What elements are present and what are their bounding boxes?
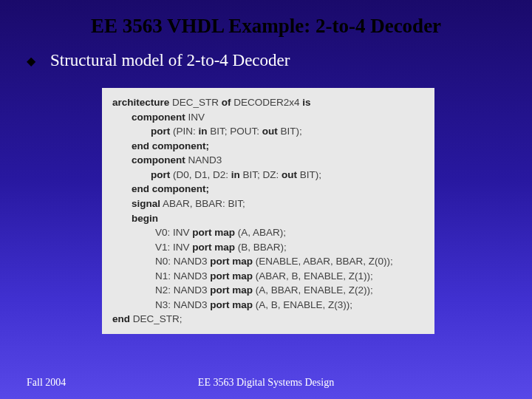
diamond-bullet-icon: ◆: [27, 54, 35, 68]
bullet-row: ◆ Structural model of 2-to-4 Decoder: [0, 51, 532, 70]
code-line: end DEC_STR;: [112, 312, 424, 327]
code-line: N2: NAND3 port map (A, BBAR, ENABLE, Z(2…: [155, 283, 424, 298]
code-block: architecture DEC_STR of DECODER2x4 is co…: [102, 88, 434, 334]
code-line: N1: NAND3 port map (ABAR, B, ENABLE, Z(1…: [155, 269, 424, 284]
code-line: component INV: [132, 110, 424, 125]
code-line: N3: NAND3 port map (A, B, ENABLE, Z(3));: [155, 298, 424, 313]
code-line: V0: INV port map (A, ABAR);: [155, 225, 424, 240]
code-line: signal ABAR, BBAR: BIT;: [132, 197, 424, 211]
code-line: V1: INV port map (B, BBAR);: [155, 240, 424, 255]
code-line: begin: [132, 211, 424, 226]
code-line: component NAND3: [132, 153, 424, 168]
code-line: end component;: [132, 182, 424, 197]
code-line: N0: NAND3 port map (ENABLE, ABAR, BBAR, …: [155, 254, 424, 269]
code-line: port (PIN: in BIT; POUT: out BIT);: [151, 124, 424, 139]
bullet-text: Structural model of 2-to-4 Decoder: [50, 51, 290, 70]
code-line: end component;: [132, 139, 424, 154]
code-line: architecture DEC_STR of DECODER2x4 is: [112, 95, 424, 110]
code-line: port (D0, D1, D2: in BIT; DZ: out BIT);: [151, 168, 424, 183]
footer-center: EE 3563 Digital Systems Design: [0, 377, 532, 389]
slide-title: EE 3563 VHDL Example: 2-to-4 Decoder: [0, 0, 532, 51]
